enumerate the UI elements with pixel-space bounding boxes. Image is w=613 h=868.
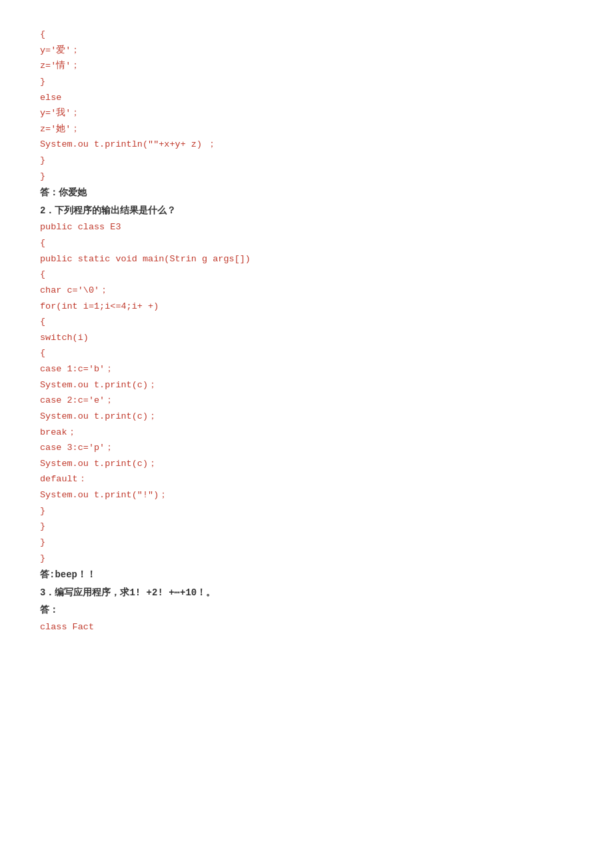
line-10: } xyxy=(40,169,573,185)
line-19: { xyxy=(40,345,573,361)
line-24: break； xyxy=(40,425,573,441)
line-3: z='情'； xyxy=(40,58,573,74)
line-2: y='爱'； xyxy=(40,43,573,59)
line-18: switch(i) xyxy=(40,330,573,346)
question-3: 3．编写应用程序，求1! +2! +⋯+10！。 xyxy=(40,584,573,602)
answer-1: 答：你爱她 xyxy=(40,184,573,202)
question-2: 2．下列程序的输出结果是什么？ xyxy=(40,202,573,220)
line-13: public static void main(Strin g args[]) xyxy=(40,251,573,267)
line-28: System.ou t.print("!")； xyxy=(40,487,573,503)
line-17: { xyxy=(40,314,573,330)
line-25: case 3:c='p'； xyxy=(40,440,573,456)
answer-2: 答:beep！！ xyxy=(40,566,573,584)
line-5: else xyxy=(40,90,573,106)
line-29: } xyxy=(40,503,573,519)
answer-3-label: 答： xyxy=(40,601,573,619)
main-content: { y='爱'； z='情'； } else y='我'； z='她'； Sys… xyxy=(40,27,573,635)
line-9: } xyxy=(40,153,573,169)
line-7: z='她'； xyxy=(40,121,573,137)
line-11: public class E3 xyxy=(40,219,573,235)
line-14: { xyxy=(40,267,573,283)
line-16: for(int i=1;i<=4;i+ +) xyxy=(40,299,573,315)
line-23: System.ou t.print(c)； xyxy=(40,409,573,425)
line-15: char c='\0'； xyxy=(40,283,573,299)
line-20: case 1:c='b'； xyxy=(40,361,573,377)
line-33: class Fact xyxy=(40,619,573,635)
line-30: } xyxy=(40,519,573,535)
line-26: System.ou t.print(c)； xyxy=(40,456,573,472)
line-6: y='我'； xyxy=(40,105,573,121)
line-1: { xyxy=(40,27,573,43)
line-21: System.ou t.print(c)； xyxy=(40,377,573,393)
line-31: } xyxy=(40,535,573,551)
line-32: } xyxy=(40,551,573,567)
line-4: } xyxy=(40,74,573,90)
line-22: case 2:c='e'； xyxy=(40,393,573,409)
line-12: { xyxy=(40,235,573,251)
line-27: default： xyxy=(40,471,573,487)
line-8: System.ou t.println("″+x+y+ z) ； xyxy=(40,137,573,153)
